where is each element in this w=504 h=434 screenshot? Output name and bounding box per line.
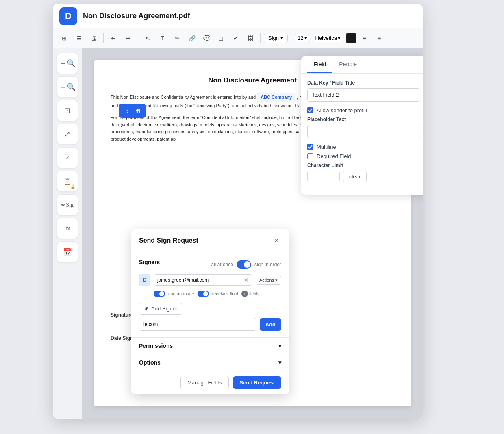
- abc-company-field[interactable]: ABC Company: [257, 93, 295, 102]
- draw-button[interactable]: ✏: [171, 32, 184, 45]
- fields-badge: 1 fields: [241, 291, 260, 297]
- options-section[interactable]: Options ▾: [131, 354, 289, 371]
- signer-icon: D: [139, 274, 150, 286]
- all-at-once-label: all at once: [211, 262, 233, 267]
- send-request-button[interactable]: Send Request: [233, 376, 281, 389]
- document-title: Non Disclosure Agreement.pdf: [83, 12, 190, 20]
- actions-label: Actions: [259, 278, 274, 282]
- align-left-button[interactable]: ≡: [358, 32, 371, 45]
- date-tool[interactable]: 📅: [57, 241, 78, 263]
- font-size-chevron: ▾: [304, 35, 307, 41]
- checkbox-tool[interactable]: ☑: [57, 147, 78, 168]
- modal-body: Signers all at once sign in order D ✕: [131, 252, 289, 337]
- document-area: ⠿ 🗑 Non Disclosure Agreement This Non-Di…: [82, 48, 423, 419]
- modal-title: Send Sign Request: [139, 237, 198, 244]
- placeholder-input[interactable]: [307, 125, 420, 138]
- signer-clear-button[interactable]: ✕: [241, 275, 252, 285]
- select-button[interactable]: ↖: [141, 32, 154, 45]
- signers-header: Signers all at once sign in order: [139, 259, 281, 270]
- tab-field[interactable]: Field: [307, 56, 332, 73]
- multiline-label: Multiline: [317, 144, 336, 150]
- resize-tool[interactable]: ⤢: [57, 124, 78, 145]
- required-label: Required Field: [317, 153, 351, 159]
- toolbar-sep-1: [103, 33, 104, 43]
- redo-button[interactable]: ↪: [122, 32, 135, 45]
- required-row: Required Field: [307, 153, 420, 159]
- signer-row: D ✕ Actions ▾: [139, 274, 281, 286]
- undo-button[interactable]: ↩: [107, 32, 120, 45]
- sign-order-toggle[interactable]: [237, 260, 251, 269]
- multiline-checkbox[interactable]: [307, 144, 313, 150]
- image-button[interactable]: 🖼: [244, 32, 257, 45]
- allow-prefill-row: Allow sender to prefill: [307, 107, 420, 113]
- modal-footer: Manage Fields Send Request: [131, 371, 289, 394]
- permissions-section[interactable]: Permissions ▾: [131, 337, 289, 354]
- char-limit-label: Character Limit: [307, 163, 420, 168]
- options-label: Options: [139, 359, 161, 366]
- field-move-button[interactable]: ⠿: [122, 106, 132, 116]
- app-window: D Non Disclosure Agreement.pdf ⊞ ☰ 🖨 ↩ ↪…: [53, 4, 423, 419]
- form-lock-tool[interactable]: 📋🔒: [57, 171, 78, 192]
- left-sidebar: ＋🔍 －🔍 ⊡ ⤢ ☑ 📋🔒 ✒Sig Int 📅: [53, 48, 82, 419]
- zoom-out-tool[interactable]: －🔍: [57, 76, 78, 98]
- required-checkbox[interactable]: [307, 153, 313, 159]
- field-delete-button[interactable]: 🗑: [133, 106, 143, 116]
- permissions-label: Permissions: [139, 343, 173, 349]
- manage-fields-button[interactable]: Manage Fields: [180, 376, 229, 389]
- crop-tool[interactable]: ⊡: [57, 100, 78, 121]
- title-bar: D Non Disclosure Agreement.pdf: [53, 4, 423, 28]
- char-limit-group: Character Limit clear: [307, 163, 420, 182]
- actions-button[interactable]: Actions ▾: [256, 276, 281, 285]
- sign-dropdown-icon: ▾: [280, 35, 283, 41]
- modal-close-button[interactable]: ✕: [272, 236, 281, 245]
- print-button[interactable]: 🖨: [87, 32, 100, 45]
- sign-in-order-label: sign in order: [254, 262, 281, 267]
- font-name: Helvetica: [315, 35, 337, 41]
- can-annotate-label: can annotate: [168, 291, 194, 296]
- char-limit-input[interactable]: [307, 171, 340, 182]
- toolbar-sep-3: [260, 33, 261, 43]
- add-email-button[interactable]: Add: [260, 318, 281, 331]
- email-add-input[interactable]: [139, 318, 256, 331]
- initials-tool[interactable]: Int: [57, 218, 78, 239]
- font-size-selector[interactable]: 12 ▾: [295, 34, 310, 42]
- add-signer-icon: ⊕: [144, 306, 149, 312]
- stamp-button[interactable]: ✔: [229, 32, 242, 45]
- allow-prefill-label: Allow sender to prefill: [317, 107, 367, 113]
- page-view-button[interactable]: ☰: [72, 32, 85, 45]
- permissions-chevron: ▾: [278, 343, 281, 349]
- data-key-input[interactable]: [307, 88, 420, 102]
- signers-label: Signers: [139, 259, 160, 265]
- data-key-label: Data Key / Field Title: [307, 80, 420, 86]
- modal-header: Send Sign Request ✕: [131, 229, 289, 252]
- sign-button[interactable]: Sign ▾: [264, 33, 288, 43]
- add-signer-button[interactable]: ⊕ Add Signer: [139, 303, 182, 315]
- actions-chevron: ▾: [275, 278, 278, 283]
- app-logo: D: [59, 7, 77, 25]
- allow-prefill-checkbox[interactable]: [307, 107, 313, 113]
- options-chevron: ▾: [278, 359, 281, 366]
- tab-people[interactable]: People: [332, 56, 363, 73]
- align-center-button[interactable]: ≡: [373, 32, 386, 45]
- toolbar: ⊞ ☰ 🖨 ↩ ↪ ↖ T ✏ 🔗 💬 ◻ ✔ 🖼 Sign ▾ 12 ▾ He…: [53, 28, 423, 48]
- font-selector[interactable]: Helvetica ▾: [312, 34, 344, 42]
- signer-email-input[interactable]: [154, 275, 241, 285]
- fields-label: fields: [249, 291, 260, 296]
- text-button[interactable]: T: [156, 32, 169, 45]
- signature-tool[interactable]: ✒Sig: [57, 194, 78, 215]
- font-chevron: ▾: [338, 35, 341, 41]
- grid-view-button[interactable]: ⊞: [58, 32, 71, 45]
- zoom-in-tool[interactable]: ＋🔍: [57, 53, 78, 74]
- receives-final-toggle[interactable]: [198, 291, 209, 297]
- add-signer-label: Add Signer: [151, 306, 177, 312]
- signer-options: can annotate receives final 1 fields: [139, 289, 281, 300]
- comment-button[interactable]: 💬: [200, 32, 213, 45]
- placeholder-group: Placeholder Text: [307, 117, 420, 138]
- panel-tabs: Field People: [301, 56, 423, 74]
- color-picker[interactable]: [346, 33, 356, 43]
- link-button[interactable]: 🔗: [185, 32, 198, 45]
- char-limit-row: clear: [307, 171, 420, 182]
- erase-button[interactable]: ◻: [215, 32, 228, 45]
- can-annotate-toggle[interactable]: [154, 291, 165, 297]
- clear-button[interactable]: clear: [343, 171, 367, 182]
